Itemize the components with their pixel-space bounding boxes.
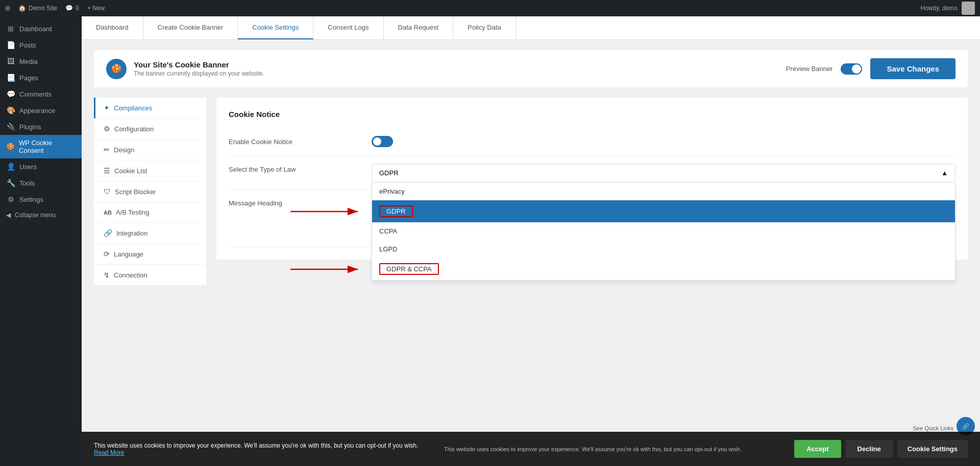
- cookie-list-icon: ☰: [104, 167, 110, 175]
- left-menu-item-connection[interactable]: ↯ Connection: [94, 265, 206, 286]
- page-header-right: Preview Banner Save Changes: [786, 58, 955, 79]
- comment-icon: 💬: [65, 5, 73, 12]
- ab-testing-icon: AB: [104, 209, 112, 216]
- page-header: 🍪 Your Site's Cookie Banner The banner c…: [94, 50, 968, 87]
- left-menu-item-compliances[interactable]: ✦ Compliances: [94, 98, 206, 119]
- sidebar-label-posts: Posts: [19, 41, 36, 49]
- gdpr-ccpa-highlighted-box: GDPR & CCPA: [379, 263, 439, 275]
- tab-policy-data-label: Policy Data: [468, 24, 501, 31]
- preview-banner-toggle[interactable]: [841, 63, 862, 75]
- wp-logo[interactable]: ⊞: [5, 5, 10, 12]
- home-icon: 🏠: [18, 5, 26, 12]
- enable-cookie-notice-toggle[interactable]: [372, 136, 393, 147]
- left-menu-item-language[interactable]: ⟳ Language: [94, 244, 206, 265]
- collapse-icon: ◀: [6, 212, 11, 219]
- site-name-link[interactable]: 🏠 Demo Site: [18, 5, 57, 12]
- tab-data-request[interactable]: Data Request: [384, 16, 454, 39]
- select-law-row: Select the Type of Law GDPR ▲: [229, 156, 955, 190]
- tab-data-request-label: Data Request: [398, 24, 439, 31]
- cookie-banner-icon: 🍪: [106, 59, 127, 79]
- cookie-banner-preview: This website uses cookies to improve you…: [82, 432, 980, 466]
- option-ccpa[interactable]: CCPA: [372, 222, 955, 240]
- appearance-icon: 🎨: [6, 106, 15, 114]
- save-changes-button[interactable]: Save Changes: [870, 58, 955, 79]
- enable-cookie-notice-control: [372, 136, 955, 149]
- new-label: + New: [87, 5, 105, 12]
- sidebar-item-settings[interactable]: ⚙ Settings: [0, 191, 82, 207]
- accept-button[interactable]: Accept: [794, 440, 841, 458]
- sidebar-item-pages[interactable]: 📃 Pages: [0, 69, 82, 86]
- tab-dashboard[interactable]: Dashboard: [82, 16, 143, 39]
- decline-button[interactable]: Decline: [845, 440, 893, 458]
- option-eprivacy-label: ePrivacy: [379, 188, 405, 195]
- left-menu-label-ab-testing: A/B Testing: [116, 208, 150, 216]
- left-menu-item-integration[interactable]: 🔗 Integration: [94, 223, 206, 244]
- compliances-icon: ✦: [104, 104, 110, 112]
- select-law-control: GDPR ▲ ePrivacy: [372, 164, 955, 182]
- left-menu-label-script-blocker: Script Blocker: [115, 188, 156, 196]
- collapse-label: Collapse menu: [15, 212, 56, 219]
- cookie-banner-overlay-text: This website uses cookies to improve you…: [434, 446, 794, 452]
- content-area: Dashboard Create Cookie Banner Cookie Se…: [82, 16, 980, 466]
- page-header-subtitle: The banner currently displayed on your w…: [134, 70, 264, 77]
- howdy-text: Howdy, demo: [921, 5, 958, 12]
- sidebar-item-comments[interactable]: 💬 Comments: [0, 86, 82, 102]
- option-gdpr-ccpa[interactable]: GDPR & CCPA: [372, 258, 955, 280]
- option-gdpr[interactable]: GDPR: [372, 200, 955, 222]
- arrow-gdpr: [290, 205, 362, 218]
- sidebar-item-dashboard[interactable]: ⊞ Dashboard: [0, 20, 82, 37]
- cookie-notice-title: Cookie Notice: [229, 110, 955, 119]
- left-menu-item-configuration[interactable]: ⚙ Configuration: [94, 119, 206, 139]
- comments-icon: 💬: [6, 90, 15, 98]
- sidebar-item-wp-cookie[interactable]: 🍪 WP Cookie Consent: [0, 135, 82, 158]
- new-content-link[interactable]: + New: [87, 5, 105, 12]
- sidebar-item-tools[interactable]: 🔧 Tools: [0, 175, 82, 191]
- left-menu-item-script-blocker[interactable]: 🛡 Script Blocker: [94, 181, 206, 202]
- tab-consent-logs[interactable]: Consent Logs: [313, 16, 383, 39]
- comments-link[interactable]: 💬 0: [65, 5, 79, 12]
- sidebar-label-plugins: Plugins: [19, 123, 41, 131]
- left-menu-label-connection: Connection: [114, 271, 148, 279]
- tab-create-cookie-banner-label: Create Cookie Banner: [158, 24, 224, 31]
- gdpr-highlighted-box: GDPR: [379, 205, 413, 217]
- sidebar-label-appearance: Appearance: [19, 107, 55, 114]
- arrow-gdpr-ccpa-svg: [290, 263, 362, 275]
- tab-create-cookie-banner[interactable]: Create Cookie Banner: [143, 16, 238, 39]
- settings-icon: ⚙: [6, 195, 15, 203]
- tab-cookie-settings[interactable]: Cookie Settings: [238, 16, 313, 39]
- preview-banner-label: Preview Banner: [786, 65, 833, 73]
- collapse-menu[interactable]: ◀ Collapse menu: [0, 207, 82, 223]
- cookie-banner-message: This website uses cookies to improve you…: [94, 442, 418, 449]
- posts-icon: 📄: [6, 41, 15, 49]
- left-menu-item-cookie-list[interactable]: ☰ Cookie List: [94, 160, 206, 181]
- tab-cookie-settings-label: Cookie Settings: [252, 24, 299, 31]
- cookie-settings-button[interactable]: Cookie Settings: [897, 440, 968, 458]
- law-dropdown[interactable]: GDPR ▲: [372, 164, 955, 182]
- script-blocker-icon: 🛡: [104, 188, 111, 196]
- left-menu-label-language: Language: [114, 250, 143, 258]
- language-icon: ⟳: [104, 250, 110, 258]
- read-more-link[interactable]: Read More: [94, 449, 124, 456]
- arrow-gdpr-ccpa: [290, 263, 362, 275]
- admin-bar: ⊞ 🏠 Demo Site 💬 0 + New Howdy, demo: [0, 0, 980, 16]
- sidebar-item-users[interactable]: 👤 Users: [0, 158, 82, 175]
- tab-policy-data[interactable]: Policy Data: [453, 16, 516, 39]
- left-menu-item-ab-testing[interactable]: AB A/B Testing: [94, 202, 206, 223]
- cookie-banner-text: This website uses cookies to improve you…: [94, 442, 434, 456]
- sidebar-item-media[interactable]: 🖼 Media: [0, 53, 82, 69]
- option-gdpr-label: GDPR: [386, 207, 406, 215]
- sidebar-item-posts[interactable]: 📄 Posts: [0, 37, 82, 53]
- left-menu-label-cookie-list: Cookie List: [114, 167, 147, 175]
- admin-bar-right: Howdy, demo: [921, 2, 975, 15]
- option-eprivacy[interactable]: ePrivacy: [372, 182, 955, 200]
- avatar[interactable]: [962, 2, 975, 15]
- sidebar-label-pages: Pages: [19, 74, 38, 82]
- sidebar-item-appearance[interactable]: 🎨 Appearance: [0, 102, 82, 119]
- sidebar-label-users: Users: [19, 163, 37, 171]
- plugin-tabs: Dashboard Create Cookie Banner Cookie Se…: [82, 16, 980, 40]
- users-icon: 👤: [6, 162, 15, 171]
- option-lgpd[interactable]: LGPD: [372, 240, 955, 258]
- selected-law-value: GDPR: [379, 169, 399, 177]
- sidebar-item-plugins[interactable]: 🔌 Plugins: [0, 119, 82, 135]
- left-menu-item-design[interactable]: ✏ Design: [94, 139, 206, 160]
